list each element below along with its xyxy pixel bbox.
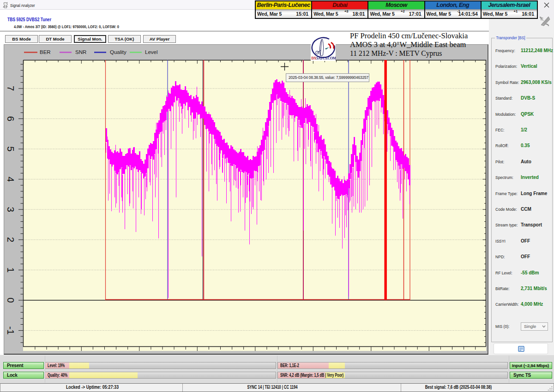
svg-text:2: 2 — [6, 237, 16, 242]
svg-text:5: 5 — [6, 146, 16, 151]
svg-text:4: 4 — [6, 177, 16, 182]
svg-text:1: 1 — [6, 267, 16, 273]
svg-text:-1: -1 — [6, 326, 16, 334]
svg-text:0: 0 — [6, 297, 16, 303]
svg-text:7: 7 — [6, 86, 16, 91]
svg-text:6: 6 — [6, 116, 16, 121]
svg-text:3: 3 — [6, 207, 16, 212]
svg-text:DXSATCS.COM: DXSATCS.COM — [312, 56, 336, 60]
